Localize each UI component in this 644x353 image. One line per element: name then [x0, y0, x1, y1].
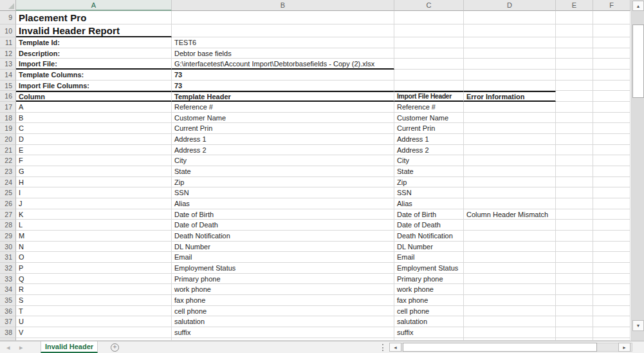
cell[interactable]: [556, 274, 593, 285]
cell[interactable]: [593, 284, 630, 295]
cell[interactable]: Template Columns:: [16, 70, 172, 81]
cell[interactable]: [464, 11, 556, 24]
cell[interactable]: [593, 48, 630, 59]
cell[interactable]: [556, 102, 593, 113]
sheet-tab-invalid-header[interactable]: Invalid Header: [41, 341, 98, 353]
cell[interactable]: 73: [172, 81, 394, 91]
cell[interactable]: [593, 91, 630, 102]
cell[interactable]: SSN: [172, 187, 394, 198]
cell[interactable]: cell phone: [172, 306, 394, 317]
cell[interactable]: salutation: [394, 316, 464, 327]
cell[interactable]: [556, 145, 593, 156]
cell[interactable]: TEST6: [172, 37, 394, 48]
cell[interactable]: Death Notification: [394, 231, 464, 242]
cell[interactable]: suffix: [394, 327, 464, 338]
cell[interactable]: [593, 155, 630, 166]
cell[interactable]: [593, 81, 630, 91]
cell[interactable]: [593, 59, 630, 70]
cell[interactable]: [556, 37, 593, 48]
cell[interactable]: [593, 252, 630, 263]
vertical-scroll-thumb[interactable]: [632, 24, 644, 98]
cell[interactable]: [593, 231, 630, 242]
row-header[interactable]: 28: [0, 220, 16, 231]
row-header[interactable]: 34: [0, 284, 16, 295]
cell[interactable]: State: [394, 166, 464, 177]
cell[interactable]: M: [16, 231, 172, 242]
cell[interactable]: [172, 24, 394, 37]
cell[interactable]: [593, 295, 630, 306]
column-header-e[interactable]: E: [556, 0, 593, 11]
cell[interactable]: Column Header Mismatch: [464, 209, 556, 220]
cell[interactable]: Invalid Header Report: [16, 24, 172, 37]
row-header[interactable]: 38: [0, 327, 16, 338]
cell[interactable]: [556, 11, 593, 24]
cell[interactable]: [556, 187, 593, 198]
cell[interactable]: [172, 11, 394, 24]
cell[interactable]: [556, 284, 593, 295]
cell[interactable]: City: [172, 155, 394, 166]
cell[interactable]: B: [16, 113, 172, 124]
cell[interactable]: Zip: [172, 177, 394, 188]
row-header[interactable]: 21: [0, 145, 16, 156]
cell[interactable]: fax phone: [172, 295, 394, 306]
row-header[interactable]: 16: [0, 91, 16, 102]
cell[interactable]: Alias: [394, 198, 464, 209]
cell[interactable]: J: [16, 198, 172, 209]
cell[interactable]: [394, 70, 464, 81]
cell[interactable]: Date of Birth: [394, 209, 464, 220]
cell[interactable]: [556, 48, 593, 59]
cell[interactable]: [464, 123, 556, 134]
cell[interactable]: S: [16, 295, 172, 306]
cell[interactable]: [464, 284, 556, 295]
cell[interactable]: [556, 327, 593, 338]
cell[interactable]: I: [16, 187, 172, 198]
cell[interactable]: [556, 123, 593, 134]
cell[interactable]: Primary phone: [172, 274, 394, 285]
cell[interactable]: [464, 242, 556, 253]
cell[interactable]: Import File Columns:: [16, 81, 172, 91]
cell[interactable]: Template Header: [172, 91, 394, 102]
cell[interactable]: work phone: [394, 284, 464, 295]
cell[interactable]: [464, 81, 556, 91]
cell[interactable]: [464, 295, 556, 306]
cell[interactable]: Customer Name: [172, 113, 394, 124]
cell[interactable]: N: [16, 242, 172, 253]
cell[interactable]: [464, 59, 556, 70]
cell[interactable]: D: [16, 134, 172, 145]
cell[interactable]: R: [16, 284, 172, 295]
cell[interactable]: Current Prin: [172, 123, 394, 134]
add-sheet-button[interactable]: +: [111, 343, 119, 352]
cell[interactable]: [464, 155, 556, 166]
cell[interactable]: [464, 316, 556, 327]
cell[interactable]: [556, 263, 593, 274]
vertical-scrollbar[interactable]: ▲ ▼: [631, 0, 644, 341]
row-header[interactable]: 30: [0, 242, 16, 253]
cell[interactable]: Debtor base fields: [172, 48, 394, 59]
cell[interactable]: Description:: [16, 48, 172, 59]
row-header[interactable]: 14: [0, 70, 16, 81]
cell[interactable]: [593, 37, 630, 48]
row-header[interactable]: 36: [0, 306, 16, 317]
row-header[interactable]: 9: [0, 11, 16, 24]
cell[interactable]: [593, 134, 630, 145]
cell[interactable]: O: [16, 252, 172, 263]
cell[interactable]: E: [16, 145, 172, 156]
row-header[interactable]: 23: [0, 166, 16, 177]
cell[interactable]: 73: [172, 70, 394, 81]
row-header[interactable]: 29: [0, 231, 16, 242]
cell[interactable]: [593, 177, 630, 188]
cell[interactable]: Date of Death: [394, 220, 464, 231]
cell[interactable]: Email: [394, 252, 464, 263]
tab-nav-right-icon[interactable]: ▸: [19, 341, 23, 353]
cell[interactable]: [593, 306, 630, 317]
row-header[interactable]: 13: [0, 59, 16, 70]
row-header[interactable]: 19: [0, 123, 16, 134]
cell[interactable]: F: [16, 155, 172, 166]
scroll-right-icon[interactable]: ►: [618, 343, 630, 352]
cell[interactable]: Import File:: [16, 59, 172, 70]
cell[interactable]: Current Prin: [394, 123, 464, 134]
cell[interactable]: Date of Death: [172, 220, 394, 231]
cell[interactable]: [464, 177, 556, 188]
cell[interactable]: work phone: [172, 284, 394, 295]
cell[interactable]: G:\interfacetest\Account Import\Debtorba…: [172, 59, 394, 70]
